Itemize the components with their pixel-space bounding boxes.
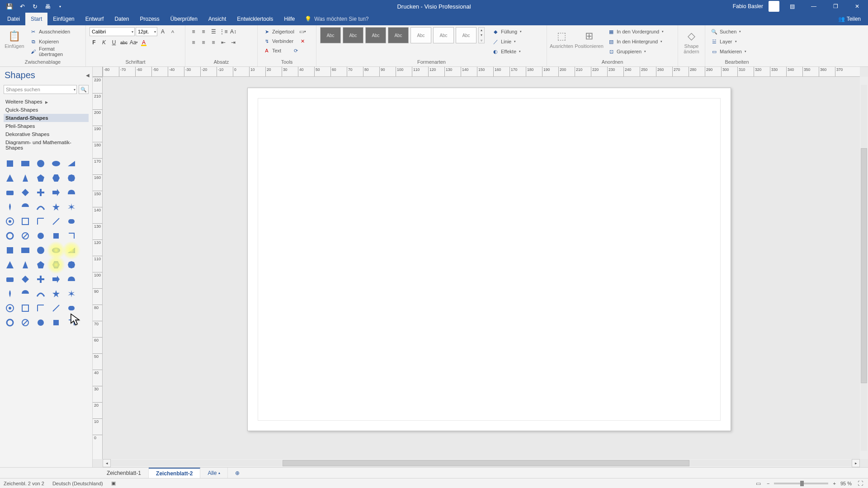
align-left-button[interactable]: ≡ xyxy=(189,38,198,47)
sheet-tab-all[interactable]: Alle ▴ xyxy=(200,468,228,478)
copy-button[interactable]: ⧉Kopieren xyxy=(28,37,82,46)
shape-dropdown[interactable]: ▭▾ xyxy=(299,27,307,36)
style-swatch[interactable]: Abc xyxy=(410,27,431,43)
style-gallery[interactable]: Abc Abc Abc Abc Abc Abc Abc ▴▾▿ xyxy=(320,27,485,43)
bring-front-button[interactable]: ▦In den Vordergrund▾ xyxy=(606,27,665,36)
add-sheet-button[interactable]: ⊕ xyxy=(232,468,242,478)
font-name-combo[interactable]: Calibri▾ xyxy=(90,27,135,36)
shape-stencil-item[interactable] xyxy=(35,202,46,212)
font-color-button[interactable]: A xyxy=(139,38,148,47)
style-swatch[interactable]: Abc xyxy=(433,27,454,43)
shape-stencil-item[interactable] xyxy=(20,259,31,270)
line-button[interactable]: ／Linie▾ xyxy=(490,37,524,46)
menu-tab-überprüfen[interactable]: Überprüfen xyxy=(165,13,203,25)
align-right-button[interactable]: ≡ xyxy=(209,38,218,47)
font-size-combo[interactable]: 12pt.▾ xyxy=(136,27,157,36)
indent-inc-button[interactable]: ⇥ xyxy=(229,38,238,47)
zoom-in-button[interactable]: + xyxy=(833,481,835,486)
cut-button[interactable]: ✂Ausschneiden xyxy=(28,27,82,36)
shape-stencil-item[interactable] xyxy=(5,245,15,256)
find-button[interactable]: 🔍Suchen▾ xyxy=(709,27,748,36)
shape-stencil-item[interactable] xyxy=(20,317,31,328)
qat-more-button[interactable]: ▾ xyxy=(55,1,65,11)
menu-tab-einfügen[interactable]: Einfügen xyxy=(47,13,80,25)
menu-tab-entwurf[interactable]: Entwurf xyxy=(80,13,109,25)
share-button[interactable]: 👥 Teilen xyxy=(838,16,866,22)
send-back-button[interactable]: ▧In den Hintergrund▾ xyxy=(606,37,665,46)
menu-tab-start[interactable]: Start xyxy=(25,13,47,25)
shape-stencil-item[interactable] xyxy=(51,230,61,241)
print-button[interactable]: 🖶 xyxy=(42,1,52,11)
zoom-slider[interactable] xyxy=(774,483,828,484)
shapes-category[interactable]: Pfeil-Shapes xyxy=(4,122,89,130)
macro-recording-icon[interactable]: ▣ xyxy=(111,480,116,486)
shape-stencil-item[interactable] xyxy=(51,216,61,227)
shape-stencil-item[interactable] xyxy=(35,303,46,314)
shape-stencil-item[interactable] xyxy=(66,216,77,227)
style-swatch[interactable]: Abc xyxy=(388,27,409,43)
shape-stencil-item[interactable] xyxy=(35,230,46,241)
underline-button[interactable]: U xyxy=(109,38,118,47)
bold-button[interactable]: F xyxy=(90,38,99,47)
shape-stencil-item[interactable] xyxy=(5,274,15,285)
shape-stencil-item[interactable] xyxy=(20,245,31,256)
shape-stencil-item[interactable] xyxy=(66,317,77,328)
shape-stencil-item[interactable] xyxy=(20,230,31,241)
grow-font-button[interactable]: A xyxy=(158,27,167,36)
shape-stencil-item[interactable] xyxy=(20,158,31,169)
shape-stencil-item[interactable] xyxy=(35,216,46,227)
shape-stencil-item[interactable] xyxy=(35,173,46,183)
zoom-out-button[interactable]: − xyxy=(767,481,769,486)
shapes-category[interactable]: Standard-Shapes xyxy=(4,114,89,122)
shape-stencil-item[interactable] xyxy=(51,158,61,169)
format-painter-button[interactable]: 🖌Format übertragen xyxy=(28,47,82,56)
shape-stencil-item[interactable] xyxy=(66,274,77,285)
shape-stencil-item[interactable] xyxy=(5,259,15,270)
shape-stencil-item[interactable] xyxy=(35,158,46,169)
align-button[interactable]: ⬚Ausrichten xyxy=(551,27,572,49)
shape-stencil-item[interactable] xyxy=(5,158,15,169)
shape-stencil-item[interactable] xyxy=(35,288,46,299)
menu-tab-entwicklertools[interactable]: Entwicklertools xyxy=(231,13,278,25)
shapes-category[interactable]: Dekorative Shapes xyxy=(4,130,89,138)
status-language[interactable]: Deutsch (Deutschland) xyxy=(52,481,103,486)
shape-stencil-item[interactable] xyxy=(66,187,77,198)
group-button[interactable]: ⊡Gruppieren▾ xyxy=(606,47,665,56)
change-shape-button[interactable]: ◇Shape ändern xyxy=(682,27,701,54)
style-swatch[interactable]: Abc xyxy=(365,27,386,43)
numbering-button[interactable]: ⋮≡ xyxy=(219,27,228,36)
bullets-button[interactable]: ☰ xyxy=(209,27,218,36)
restore-button[interactable]: ❐ xyxy=(826,0,844,13)
shape-stencil-item[interactable] xyxy=(20,187,31,198)
shape-stencil-item[interactable] xyxy=(5,230,15,241)
style-swatch[interactable]: Abc xyxy=(343,27,363,43)
strike-button[interactable]: abc xyxy=(119,38,128,47)
shape-stencil-item[interactable] xyxy=(66,303,77,314)
gallery-more[interactable]: ▴▾▿ xyxy=(478,27,485,43)
sheet-tab[interactable]: Zeichenblatt-2 xyxy=(149,468,200,478)
shape-stencil-item[interactable] xyxy=(51,202,61,212)
style-swatch[interactable]: Abc xyxy=(320,27,341,43)
shape-stencil-item[interactable] xyxy=(5,288,15,299)
align-top-button[interactable]: ≡ xyxy=(189,27,198,36)
shape-stencil-item[interactable] xyxy=(20,274,31,285)
scroll-left-button[interactable]: ◂ xyxy=(103,459,111,467)
shape-stencil-item[interactable] xyxy=(51,187,61,198)
shape-stencil-item[interactable] xyxy=(35,317,46,328)
shape-stencil-item[interactable] xyxy=(51,288,61,299)
shape-stencil-item[interactable] xyxy=(5,187,15,198)
h-scroll-thumb[interactable] xyxy=(283,460,689,466)
position-button[interactable]: ⊞Positionieren xyxy=(575,27,603,49)
shape-stencil-item[interactable] xyxy=(66,158,77,169)
shapes-search-go[interactable]: 🔍 xyxy=(79,85,89,94)
close-button[interactable]: ✕ xyxy=(848,0,866,13)
collapse-panel-button[interactable]: ◀ xyxy=(86,73,90,78)
orientation-button[interactable]: A↕ xyxy=(229,27,238,36)
v-scrollbar[interactable] xyxy=(860,77,868,459)
shapes-category[interactable]: Diagramm- und Mathematik-Shapes xyxy=(4,138,89,152)
v-scroll-thumb[interactable] xyxy=(861,148,867,383)
italic-button[interactable]: K xyxy=(99,38,108,47)
text-tool-button[interactable]: AText⟳ xyxy=(261,46,301,55)
presentation-view-button[interactable]: ▭ xyxy=(754,479,762,488)
shape-stencil-item[interactable] xyxy=(66,259,77,270)
